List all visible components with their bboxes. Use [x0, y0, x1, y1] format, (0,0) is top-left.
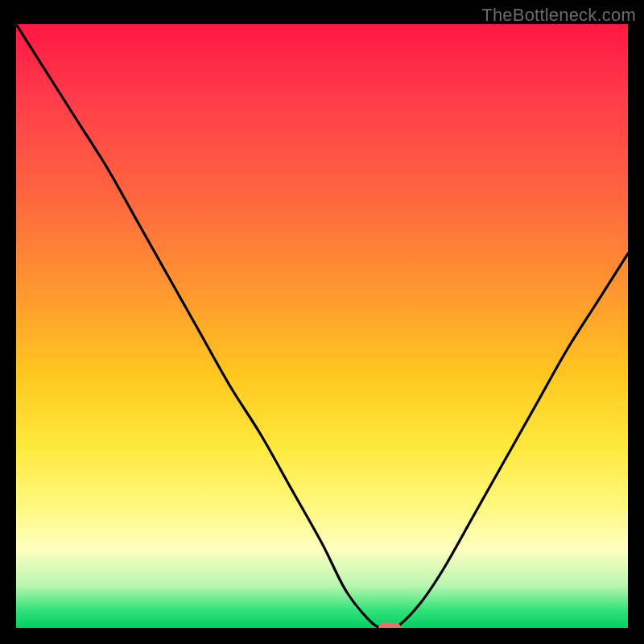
plot-area [16, 24, 628, 628]
watermark-text: TheBottleneck.com [481, 5, 636, 26]
optimal-point-marker [378, 622, 401, 628]
chart-frame: TheBottleneck.com [0, 0, 644, 644]
bottleneck-curve [16, 24, 628, 628]
